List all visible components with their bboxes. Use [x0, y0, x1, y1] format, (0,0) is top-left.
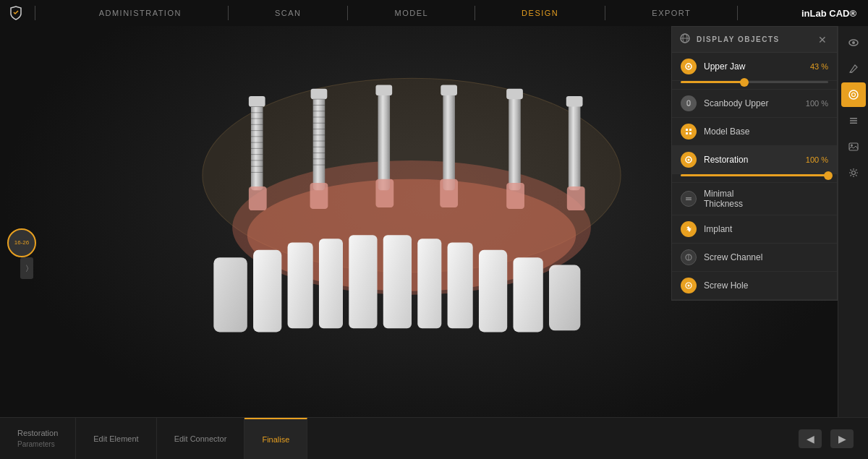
nav-item-design[interactable]: DESIGN: [522, 9, 558, 17]
toolbar-settings-button[interactable]: [841, 160, 866, 185]
upper-jaw-percent: 43 %: [810, 62, 828, 71]
nav-sep-3: [347, 6, 348, 20]
bottom-navigation-arrows: ◀ ▶: [784, 429, 868, 448]
upper-jaw-slider-track[interactable]: [681, 81, 828, 83]
svg-marker-71: [686, 226, 692, 232]
upper-jaw-label: Upper Jaw: [704, 61, 803, 72]
implant-label: Implant: [704, 224, 828, 234]
nav-sep-2: [228, 6, 229, 20]
svg-rect-49: [349, 235, 377, 328]
panel-close-button[interactable]: ✕: [815, 33, 830, 47]
display-item-model-base[interactable]: Model Base: [672, 118, 837, 146]
display-item-restoration[interactable]: Restoration 100 %: [672, 146, 837, 174]
svg-rect-39: [249, 186, 267, 210]
svg-point-86: [851, 171, 855, 175]
nav-sep-5: [605, 6, 605, 20]
svg-rect-44: [567, 186, 585, 210]
nav-items: ADMINISTRATION SCAN MODEL DESIGN EXPORT: [38, 6, 801, 20]
screw-channel-label: Screw Channel: [704, 252, 828, 262]
svg-point-85: [851, 145, 853, 147]
top-navigation: ADMINISTRATION SCAN MODEL DESIGN EXPORT …: [0, 0, 868, 26]
toolbar-eye-button[interactable]: [841, 30, 866, 55]
nav-item-export[interactable]: EXPORT: [652, 9, 691, 17]
svg-rect-31: [378, 90, 391, 190]
svg-rect-42: [440, 179, 458, 207]
app-brand: inLab CAD®: [801, 8, 868, 19]
upper-jaw-slider-thumb[interactable]: [740, 78, 749, 87]
model-base-label: Model Base: [704, 126, 828, 137]
svg-rect-37: [569, 100, 581, 190]
nav-item-model[interactable]: MODEL: [394, 9, 428, 17]
restoration-icon: [681, 152, 697, 168]
scanbody-icon: [681, 95, 697, 111]
svg-point-0: [203, 78, 621, 273]
svg-point-60: [688, 66, 690, 68]
display-item-minimal-thickness[interactable]: Minimal Thickness: [672, 183, 837, 215]
svg-point-75: [688, 285, 690, 287]
nav-sep-6: [737, 6, 738, 20]
screw-hole-icon: [681, 278, 697, 293]
tooth-chart[interactable]: 16-26: [7, 228, 36, 257]
display-objects-panel: DISPLAY OBJECTS ✕ Upper Jaw 43 % Scanbod…: [671, 26, 838, 301]
svg-rect-17: [313, 93, 326, 190]
restoration-slider-thumb[interactable]: [824, 171, 833, 180]
svg-point-80: [851, 93, 855, 97]
svg-rect-35: [509, 93, 521, 190]
tab-restoration-parameters[interactable]: Restoration Parameters: [0, 418, 76, 459]
nav-item-scan[interactable]: SCAN: [275, 9, 302, 17]
left-sidebar: 16-26 〉: [0, 26, 43, 459]
svg-rect-33: [443, 90, 455, 190]
prev-button[interactable]: ◀: [799, 429, 822, 448]
display-item-scanbody-upper[interactable]: Scanbody Upper 100 %: [672, 90, 837, 118]
tab-edit-connector[interactable]: Edit Connector: [157, 418, 245, 459]
svg-rect-38: [566, 96, 583, 106]
bottom-tabs: Restoration Parameters Edit Element Edit…: [0, 418, 784, 459]
svg-rect-46: [253, 250, 281, 333]
nav-item-administration[interactable]: ADMINISTRATION: [99, 9, 182, 17]
next-button[interactable]: ▶: [830, 429, 854, 448]
restoration-slider-track[interactable]: [681, 174, 828, 176]
display-item-screw-channel[interactable]: Screw Channel: [672, 244, 837, 272]
toolbar-list-button[interactable]: [841, 108, 866, 133]
svg-point-79: [849, 90, 858, 99]
svg-rect-83: [850, 123, 857, 124]
svg-rect-3: [251, 100, 263, 190]
scanbody-label: Scanbody Upper: [704, 98, 799, 108]
svg-rect-41: [375, 179, 393, 207]
svg-rect-34: [441, 85, 457, 95]
toolbar-comment-button[interactable]: [841, 82, 866, 107]
main-content: 16-26 〉: [0, 26, 868, 459]
svg-rect-40: [310, 183, 328, 209]
svg-rect-63: [686, 129, 688, 131]
svg-point-77: [852, 41, 855, 44]
svg-rect-65: [686, 132, 688, 134]
restoration-label: Restoration: [704, 155, 799, 165]
minimal-thickness-label: Minimal Thickness: [704, 189, 828, 209]
svg-rect-36: [506, 89, 523, 99]
svg-rect-81: [850, 118, 857, 119]
svg-rect-70: [686, 200, 692, 201]
panel-title: DISPLAY OBJECTS: [697, 35, 809, 43]
restoration-slider-row: [672, 174, 837, 183]
app-logo: [0, 5, 32, 21]
svg-point-68: [688, 159, 690, 161]
toolbar-image-button[interactable]: [841, 134, 866, 159]
svg-rect-51: [417, 239, 441, 328]
upper-jaw-slider-row: [672, 81, 837, 90]
svg-rect-50: [383, 235, 412, 328]
svg-rect-61: [687, 100, 690, 106]
display-item-implant[interactable]: Implant: [672, 215, 837, 244]
restoration-slider-fill: [681, 174, 828, 176]
sidebar-expand-button[interactable]: 〉: [20, 257, 33, 279]
svg-rect-47: [288, 243, 313, 329]
svg-rect-48: [319, 239, 343, 328]
display-objects-icon: [679, 33, 691, 46]
tab-finalise[interactable]: Finalise: [244, 418, 307, 459]
display-item-upper-jaw[interactable]: Upper Jaw 43 %: [672, 53, 837, 81]
panel-header: DISPLAY OBJECTS ✕: [672, 27, 837, 53]
display-item-screw-hole[interactable]: Screw Hole: [672, 272, 837, 300]
tab-edit-element[interactable]: Edit Element: [76, 418, 156, 459]
implant-icon: [681, 221, 697, 237]
toolbar-pen-button[interactable]: [841, 56, 866, 81]
svg-rect-18: [311, 89, 328, 99]
